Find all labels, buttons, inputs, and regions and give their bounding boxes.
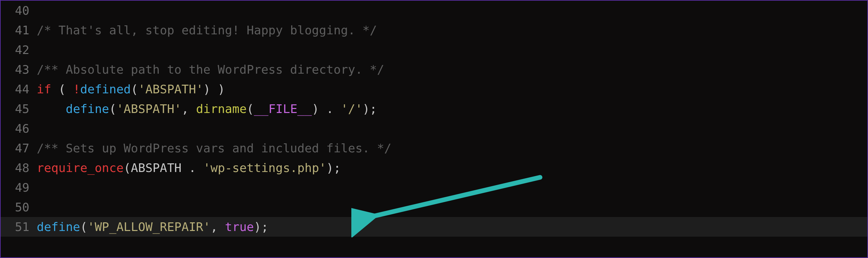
punct-token: ): [210, 82, 225, 96]
line-number: 46: [1, 122, 34, 135]
code-content: /* That's all, stop editing! Happy blogg…: [34, 23, 867, 37]
code-line[interactable]: 42: [1, 40, 867, 60]
punct-token: (: [51, 82, 73, 96]
punct-token: ): [312, 102, 319, 116]
punct-token: ,: [182, 102, 196, 116]
punct-token: ): [204, 82, 211, 96]
comment-token: /* That's all, stop editing! Happy blogg…: [37, 23, 377, 37]
indent: [37, 102, 66, 116]
string-token: 'wp-settings.php': [204, 161, 326, 175]
constant-token: __FILE__: [254, 102, 312, 116]
code-content: define('WP_ALLOW_REPAIR', true);: [34, 220, 867, 234]
code-line[interactable]: 44 if ( !defined('ABSPATH') ): [1, 79, 867, 99]
code-line[interactable]: 40: [1, 1, 867, 20]
code-line[interactable]: 48 require_once(ABSPATH . 'wp-settings.p…: [1, 158, 867, 178]
line-number: 49: [1, 181, 34, 194]
operator-token: !: [73, 82, 80, 96]
code-line[interactable]: 43 /** Absolute path to the WordPress di…: [1, 60, 867, 79]
function-token: defined: [80, 82, 131, 96]
punct-token: (: [247, 102, 254, 116]
line-number: 42: [1, 43, 34, 57]
line-number: 41: [1, 23, 34, 37]
line-number: 40: [1, 4, 34, 17]
code-content: /** Absolute path to the WordPress direc…: [34, 63, 867, 76]
comment-token: /** Absolute path to the WordPress direc…: [37, 63, 384, 76]
punct-token: (: [109, 102, 117, 116]
boolean-token: true: [225, 220, 254, 234]
plain-token: ABSPATH: [131, 161, 182, 175]
code-line[interactable]: 50: [1, 197, 867, 217]
punct-token: );: [326, 161, 341, 175]
punct-token: .: [319, 102, 341, 116]
punct-token: (: [124, 161, 131, 175]
code-line[interactable]: 47 /** Sets up WordPress vars and includ…: [1, 138, 867, 158]
code-line[interactable]: 41 /* That's all, stop editing! Happy bl…: [1, 20, 867, 40]
code-line-active[interactable]: 51 define('WP_ALLOW_REPAIR', true);: [1, 217, 867, 237]
string-token: '/': [341, 102, 362, 116]
keyword-token: require_once: [37, 161, 124, 175]
code-content: define('ABSPATH', dirname(__FILE__) . '/…: [34, 102, 867, 116]
string-token: 'ABSPATH': [138, 82, 203, 96]
line-number: 45: [1, 102, 34, 116]
punct-token: ,: [210, 220, 225, 234]
line-number: 51: [1, 220, 34, 234]
code-line[interactable]: 45 define('ABSPATH', dirname(__FILE__) .…: [1, 99, 867, 119]
punct-token: );: [254, 220, 268, 234]
code-content: if ( !defined('ABSPATH') ): [34, 82, 867, 96]
function-token: define: [66, 102, 109, 116]
builtin-token: dirname: [196, 102, 247, 116]
code-content: /** Sets up WordPress vars and included …: [34, 141, 867, 155]
string-token: 'WP_ALLOW_REPAIR': [88, 220, 210, 234]
line-number: 44: [1, 82, 34, 96]
code-line[interactable]: 46: [1, 119, 867, 138]
punct-token: (: [131, 82, 138, 96]
comment-token: /** Sets up WordPress vars and included …: [37, 141, 392, 155]
string-token: 'ABSPATH': [116, 102, 181, 116]
punct-token: .: [182, 161, 204, 175]
line-number: 43: [1, 63, 34, 76]
line-number: 50: [1, 200, 34, 214]
punct-token: );: [362, 102, 377, 116]
code-line[interactable]: 49: [1, 178, 867, 197]
punct-token: (: [80, 220, 88, 234]
keyword-token: if: [37, 82, 51, 96]
code-content: require_once(ABSPATH . 'wp-settings.php'…: [34, 161, 867, 175]
function-token: define: [37, 220, 80, 234]
line-number: 47: [1, 141, 34, 155]
code-editor[interactable]: 40 41 /* That's all, stop editing! Happy…: [0, 0, 868, 258]
line-number: 48: [1, 161, 34, 175]
